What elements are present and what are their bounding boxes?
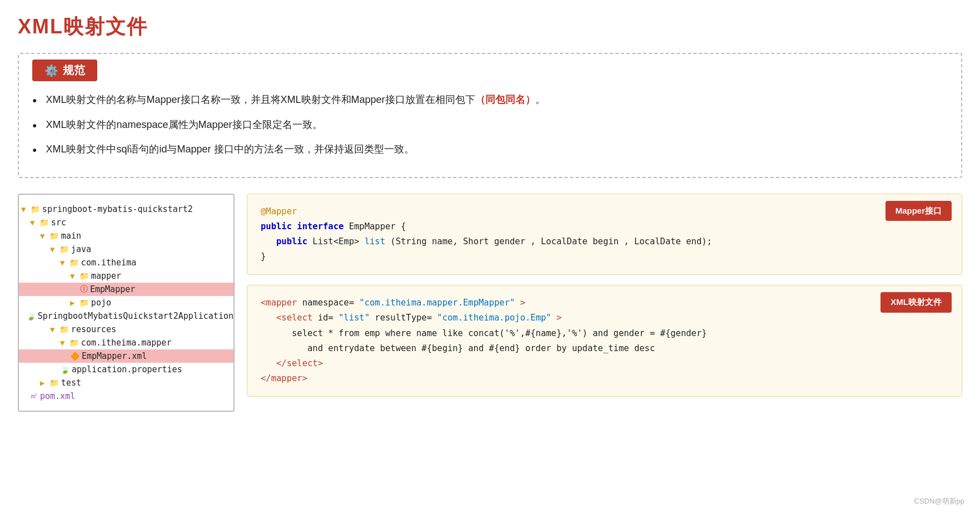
tree-label-application-properties: application.properties	[72, 364, 182, 374]
folder-java-icon: ▼ 📁	[50, 245, 69, 254]
tree-item-com-itheima-mapper: ▼ 📁 com.itheima.mapper	[19, 336, 233, 349]
xml-line-6: </mapper>	[261, 371, 948, 386]
tree-label-mapper-folder: mapper	[91, 271, 121, 281]
tree-item-test: ▶ 📁 test	[19, 376, 233, 389]
tree-label-src: src	[51, 218, 66, 228]
tree-item-empmapper: Ⓘ EmpMapper	[19, 283, 233, 296]
xml-line-1: <mapper namespace= "com.itheima.mapper.E…	[261, 295, 948, 310]
folder-pojo-icon: ▶ 📁	[70, 298, 89, 307]
folder-src-icon: ▼ 📁	[30, 218, 49, 227]
folder-com-itheima-mapper-icon: ▼ 📁	[60, 338, 79, 347]
folder-open-icon: ▼ 📁	[21, 205, 40, 214]
tree-label-pojo: pojo	[91, 298, 111, 308]
tree-label-root: springboot-mybatis-quickstart2	[42, 204, 193, 214]
tree-label-com-itheima-mapper: com.itheima.mapper	[81, 338, 172, 348]
tree-label-empmapper-xml: EmpMapper.xml	[82, 351, 147, 361]
tree-item-root: ▼ 📁 springboot-mybatis-quickstart2	[19, 203, 233, 216]
spec-item-2: XML映射文件的namespace属性为Mapper接口全限定名一致。	[32, 116, 948, 134]
tree-label-springboot-app: SpringbootMybatisQuickstart2Application	[38, 311, 233, 321]
xml-mapping-panel: XML映射文件 <mapper namespace= "com.itheima.…	[247, 285, 962, 397]
page-title: XML映射文件	[18, 13, 962, 41]
mapper-line-4: }	[261, 249, 948, 264]
tree-item-java: ▼ 📁 java	[19, 243, 233, 256]
spec-item-1-text: XML映射文件的名称与Mapper接口名称一致，并且将XML映射文件和Mappe…	[46, 91, 545, 108]
xml-line-2: <select id= "list" resultType= "com.ithe…	[261, 310, 948, 325]
tree-label-resources: resources	[71, 324, 116, 334]
tree-label-pom-xml: pom.xml	[40, 391, 75, 401]
mapper-line-2: public interface EmpMapper {	[261, 219, 948, 234]
xml-badge: XML映射文件	[880, 292, 952, 312]
tree-item-pojo: ▶ 📁 pojo	[19, 296, 233, 309]
folder-mapper-icon: ▼ 📁	[70, 272, 89, 280]
xml-line-4: and entrydate between #{begin} and #{end…	[261, 341, 948, 356]
tree-label-main: main	[61, 231, 81, 241]
tree-label-empmapper: EmpMapper	[90, 284, 135, 294]
spec-header-label: 规范	[63, 63, 85, 78]
watermark: CSDN@萌新pp	[914, 496, 965, 506]
xml-line-3: select * from emp where name like concat…	[261, 326, 948, 341]
tree-label-com-itheima: com.itheima	[81, 258, 136, 268]
spec-item-2-text: XML映射文件的namespace属性为Mapper接口全限定名一致。	[46, 116, 322, 134]
java-file-icon: Ⓘ	[80, 284, 88, 294]
tree-item-mapper-folder: ▼ 📁 mapper	[19, 269, 233, 283]
pom-icon: ㎡	[30, 391, 38, 401]
mapper-line-1: @Mapper	[261, 204, 948, 219]
tree-item-springboot-app: 🍃 SpringbootMybatisQuickstart2Applicatio…	[19, 309, 233, 323]
tree-item-main: ▼ 📁 main	[19, 229, 233, 243]
mapper-badge: Mapper接口	[886, 201, 952, 221]
xml-line-5: </select>	[261, 356, 948, 371]
folder-test-icon: ▶ 📁	[40, 378, 59, 387]
tree-item-application-properties: 🍃 application.properties	[19, 363, 233, 376]
mapper-interface-panel: Mapper接口 @Mapper public interface EmpMap…	[247, 194, 962, 275]
xml-file-icon: 🔶	[70, 352, 79, 361]
folder-resources-icon: ▼ 📁	[50, 325, 69, 334]
spec-item-3: XML映射文件中sql语句的id与Mapper 接口中的方法名一致，并保持返回类…	[32, 141, 948, 158]
folder-com-itheima-icon: ▼ 📁	[60, 258, 79, 267]
spec-item-1: XML映射文件的名称与Mapper接口名称一致，并且将XML映射文件和Mappe…	[32, 91, 948, 108]
tree-item-empmapper-xml: 🔶 EmpMapper.xml	[19, 349, 233, 363]
mapper-line-3: public List<Emp> list (String name, Shor…	[261, 234, 948, 249]
tree-item-pom-xml: ㎡ pom.xml	[19, 389, 233, 403]
spec-header: ⚙️ 规范	[32, 60, 97, 81]
tree-item-resources: ▼ 📁 resources	[19, 323, 233, 336]
file-tree-panel: ▼ 📁 springboot-mybatis-quickstart2 ▼ 📁 s…	[18, 194, 235, 412]
tree-label-java: java	[71, 244, 91, 254]
gear-icon: ⚙️	[44, 64, 58, 77]
properties-icon: 🍃	[60, 365, 69, 374]
code-panels: Mapper接口 @Mapper public interface EmpMap…	[247, 194, 962, 397]
tree-label-test: test	[61, 378, 81, 388]
spring-icon: 🍃	[26, 312, 36, 320]
bottom-area: ▼ 📁 springboot-mybatis-quickstart2 ▼ 📁 s…	[18, 194, 962, 412]
spec-highlight-1: （同包同名）	[475, 94, 535, 105]
folder-main-icon: ▼ 📁	[40, 231, 59, 240]
tree-item-com-itheima: ▼ 📁 com.itheima	[19, 256, 233, 269]
spec-item-3-text: XML映射文件中sql语句的id与Mapper 接口中的方法名一致，并保持返回类…	[46, 141, 414, 158]
spec-list: XML映射文件的名称与Mapper接口名称一致，并且将XML映射文件和Mappe…	[32, 91, 948, 158]
spec-box: ⚙️ 规范 XML映射文件的名称与Mapper接口名称一致，并且将XML映射文件…	[18, 53, 962, 178]
tree-item-src: ▼ 📁 src	[19, 216, 233, 229]
